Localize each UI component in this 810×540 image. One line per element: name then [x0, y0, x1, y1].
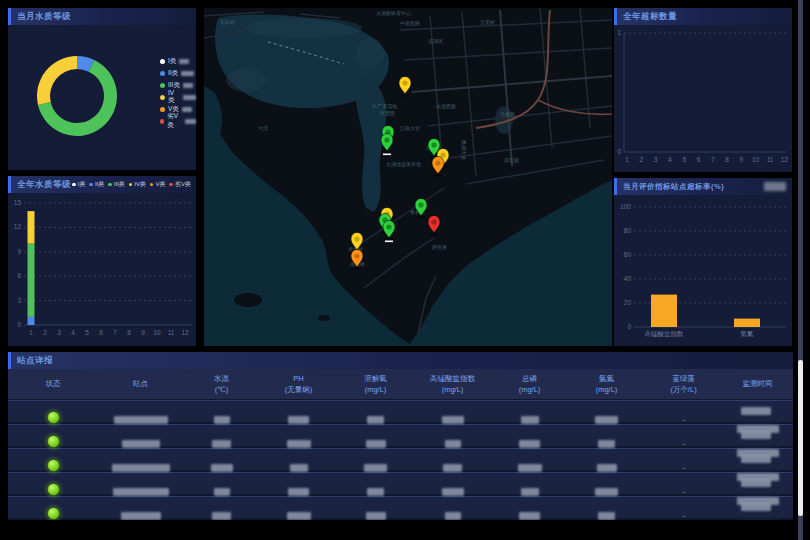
legend-label: III类 [114, 180, 125, 189]
rate-bar[interactable] [734, 319, 760, 327]
y-tick: 12 [14, 223, 22, 230]
legend-item[interactable]: II类 [160, 67, 196, 79]
x-tick: 10 [752, 156, 760, 163]
cell-status [8, 410, 98, 428]
dashboard: 当月水质等级 I类II类III类IV类V类劣V类 036912151234567… [0, 0, 810, 540]
marker-selected-underline [385, 241, 393, 243]
map-shallow [356, 38, 384, 70]
redacted-value [595, 488, 618, 496]
cell-value [568, 506, 645, 520]
redacted-value [741, 455, 771, 463]
cell-station [98, 482, 183, 500]
x-tick: 10 [153, 329, 161, 336]
redacted-value [442, 416, 464, 424]
redacted-corner-tag[interactable] [764, 182, 786, 191]
x-tick: 5 [682, 156, 686, 163]
map-place-label: 长广溪湿地 [372, 103, 397, 110]
legend-dot [160, 83, 165, 88]
legend-item[interactable]: I类 [72, 180, 85, 189]
redacted-value [445, 440, 461, 448]
y-tick: 3 [17, 297, 21, 304]
cell-value [260, 458, 337, 476]
cell-value [491, 506, 568, 520]
donut-legend: I类II类III类IV类V类劣V类 [160, 55, 196, 127]
legend-item[interactable]: III类 [108, 180, 125, 189]
panel-title: 站点详报 [17, 355, 53, 367]
legend-dot [160, 71, 165, 76]
column-header: 高锰酸盐指数(mg/L) [414, 373, 491, 396]
column-header: 蓝绿藻(万个/L) [645, 373, 722, 396]
legend-item[interactable]: 劣V类 [160, 115, 196, 127]
redacted-value [741, 479, 771, 487]
x-category-label: 高锰酸盐指数 [645, 330, 685, 338]
legend-label: II类 [95, 180, 104, 189]
redacted-value [364, 464, 387, 472]
legend-item[interactable]: 劣V类 [169, 180, 191, 189]
x-tick: 2 [639, 156, 643, 163]
pin-center [354, 236, 359, 241]
cell-station [98, 410, 183, 428]
cell-value [337, 434, 414, 452]
y-tick: 0 [17, 321, 21, 328]
cell-value [568, 458, 645, 476]
cell-algae: - [645, 487, 722, 496]
redacted-value [211, 464, 233, 472]
redacted-value [288, 488, 309, 496]
y-tick: 60 [624, 251, 632, 258]
column-header: PH(无量纲) [260, 373, 337, 396]
legend-dot [150, 183, 154, 187]
cell-value [568, 482, 645, 500]
redacted-value [212, 440, 231, 448]
legend-item[interactable]: I类 [160, 55, 196, 67]
legend-label: IV类 [168, 89, 180, 105]
status-ok-icon [47, 459, 60, 472]
cell-value [414, 458, 491, 476]
redacted-value [443, 464, 462, 472]
panel-header: 全年超标数量 [614, 8, 792, 25]
cell-value [337, 482, 414, 500]
cell-value [183, 458, 260, 476]
column-header: 溶解氧(mg/L) [337, 373, 414, 396]
legend-item[interactable]: IV类 [160, 91, 196, 103]
table-row[interactable]: - [8, 400, 793, 422]
stacked-bar-segment[interactable] [28, 317, 35, 325]
city-map[interactable]: 石灰岭太湖新体育中心中南西路滨湖区五星村大浮长广溪湿地科普园高浪西路江南大学北区… [204, 8, 612, 346]
redacted-value [287, 440, 311, 448]
legend-label: 劣V类 [175, 180, 191, 189]
legend-label: I类 [78, 180, 86, 189]
page-scrollbar-thumb[interactable] [798, 360, 803, 516]
cell-value [414, 410, 491, 428]
redacted-value [214, 488, 230, 496]
cell-value [337, 410, 414, 428]
donut-slice[interactable] [37, 56, 77, 105]
x-category-label: 氨氮 [741, 330, 755, 337]
legend-item[interactable]: II类 [89, 180, 104, 189]
map-panel[interactable]: 石灰岭太湖新体育中心中南西路滨湖区五星村大浮长广溪湿地科普园高浪西路江南大学北区… [204, 8, 612, 346]
page-scrollbar[interactable] [798, 0, 803, 540]
stacked-bar-segment[interactable] [28, 244, 35, 317]
stacked-bar-segment[interactable] [28, 211, 35, 244]
rate-bar[interactable] [651, 295, 677, 327]
exceedance-chart: 10123456789101112 [614, 8, 792, 172]
panel-monthly-rate: 020406080100高锰酸盐指数氨氮 当月评价指标站点超标率(%) [614, 178, 792, 346]
redacted-value [445, 512, 461, 520]
redacted-value [114, 416, 168, 424]
legend-label: 劣V类 [167, 112, 182, 130]
panel-header: 全年水质等级 I类II类III类IV类V类劣V类 [8, 176, 196, 193]
cell-status [8, 482, 98, 500]
redacted-value [214, 416, 230, 424]
legend-item[interactable]: V类 [150, 180, 166, 189]
pin-center [440, 152, 445, 157]
column-header: 氨氮(mg/L) [568, 373, 645, 396]
redacted-value [595, 416, 618, 424]
column-header: 站点 [98, 378, 183, 389]
x-tick: 4 [71, 329, 75, 336]
y-tick: 1 [617, 29, 621, 36]
legend-item[interactable]: IV类 [129, 180, 146, 189]
redacted-value [290, 464, 308, 472]
pin-center [402, 80, 407, 85]
x-tick: 12 [781, 156, 789, 163]
redacted-value [598, 440, 615, 448]
panel-yearly-water-grade: 03691215123456789101112 全年水质等级 I类II类III类… [8, 176, 196, 346]
redacted-value [442, 488, 464, 496]
